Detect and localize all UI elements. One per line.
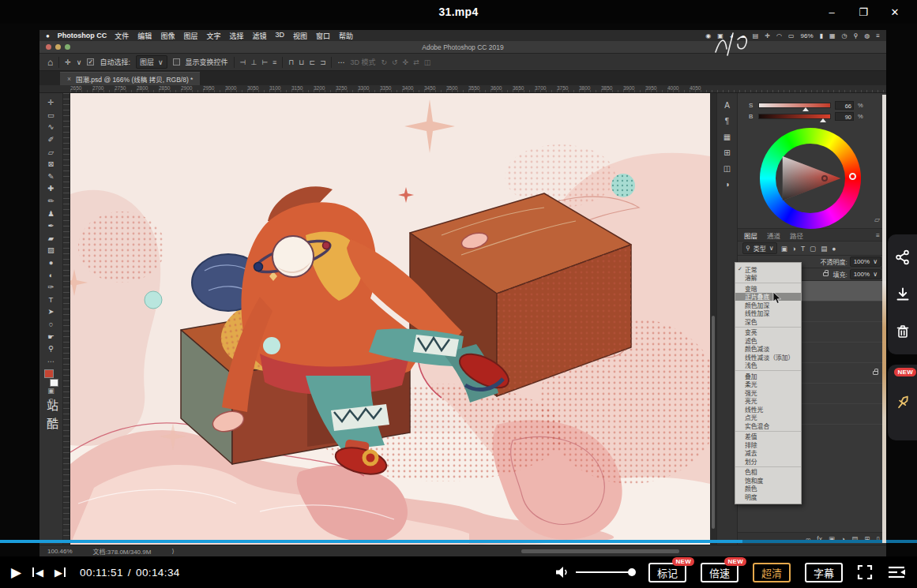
saturation-slider [758,103,831,108]
minimize-button[interactable]: – [816,0,847,24]
window-titlebar: 31.mp4 – ❐ ✕ [0,0,917,24]
show-transform-label: 显示变换控件 [186,57,228,67]
subtitle-button[interactable]: 字幕 [805,563,843,582]
close-button[interactable]: ✕ [879,0,911,24]
blend-mode-item: 差值 [735,433,801,441]
player-controls: ▶ ◀ ▶ 00:11:51 / 00:14:34 标记 NEW 倍速 NEW … [0,556,917,588]
blend-mode-item: 颜色加深 [735,301,801,309]
3d-mode-label: 3D 模式 [350,57,375,67]
volume-slider[interactable] [576,571,634,573]
volume-control[interactable] [555,566,634,579]
ruler-tick: 3150 [291,85,314,92]
blend-mode-item: 亮光 [735,397,801,406]
menubar-item: 图层 [183,31,197,41]
filter-adjustment-icon: ◑ [792,245,796,253]
ruler-tick: 3750 [557,85,579,92]
wifi-icon: ◠ [776,32,782,39]
healing-brush-tool-icon: ✚ [39,182,62,195]
mark-button[interactable]: 标记 NEW [648,563,686,582]
maximize-button[interactable]: ❐ [847,0,879,24]
trash-icon [895,324,911,339]
blend-mode-item: 线性加深 [735,309,801,318]
volume-knob[interactable] [628,568,636,576]
playlist-button[interactable] [887,565,906,579]
tool-preset-caret-icon: ∨ [77,58,82,66]
photoshop-titlebar: Adobe Photoshop CC 2019 [39,41,886,54]
document-tab: × 国潮.psd @ 166% (线稿 拷贝, RGB/8) * [60,72,200,85]
blend-mode-item: 颜色减淡 [735,345,801,354]
pin-icon [893,393,912,412]
blend-mode-item: 点光 [735,414,801,422]
ruler-tick: 3950 [645,85,667,92]
filter-type-dropdown: ⚲ 类型 ∨ [742,242,777,254]
ruler-tick: 3400 [402,85,424,92]
filter-smart-object-icon: ▤ [821,245,827,253]
clone-stamp-tool-icon: ♟ [39,207,62,219]
options-bar: ⌂ ✛ ∨ ✓ 自动选择: 图层 ∨ 显示变换控件 ⊣⊥⊢≡ ⊓⊔⊏⊐ ⋯ 3D… [39,54,886,71]
previous-button[interactable]: ◀ [32,567,43,579]
document-size: 文档:378.0M/340.9M [93,547,152,556]
speed-new-badge: NEW [724,557,746,566]
progress-bar[interactable] [0,540,917,543]
macos-menubar: ● Photoshop CC 文件编辑图像图层文字选择滤镜3D视图窗口帮助 ◉▣… [39,30,886,41]
move-tool-badge-icon: ✛ [65,58,71,66]
share-button[interactable] [893,248,912,267]
panel-expand-icon: ▱ [874,215,880,223]
quality-button[interactable]: 超清 [753,563,791,582]
ruler-tick: 4000 [667,85,690,92]
download-button[interactable] [893,285,912,304]
watermark-text: 站酷 [43,399,60,436]
tab-paths: 路径 [790,230,803,240]
speed-button[interactable]: 倍速 NEW [701,563,738,582]
distribute-center-icon: ⊐ [320,58,326,66]
ruler-tick: 3250 [336,85,358,92]
saturation-label: S [749,102,754,109]
filter-type-icon: T [801,245,805,253]
ruler-tick: 2950 [203,85,225,92]
pin-button[interactable] [893,393,912,412]
video-surface[interactable]: ● Photoshop CC 文件编辑图像图层文字选择滤镜3D视图窗口帮助 ◉▣… [39,30,886,556]
pan-3d-icon: ✜ [403,58,409,66]
filter-toggle-icon: ● [832,245,836,253]
auto-select-dropdown: 图层 ∨ [136,55,167,69]
blend-mode-item: 正片叠底 [735,293,801,301]
fullscreen-button[interactable] [857,564,873,580]
align-right-icon: ⊢ [261,58,268,66]
blend-mode-item: 线性减淡（添加） [735,353,801,361]
opacity-label: 不透明度: [820,257,847,266]
time-separator: / [128,567,131,579]
speaker-icon [555,566,569,579]
status-arrow-icon: ⟩ [171,548,174,555]
delete-button[interactable] [893,322,912,341]
blend-mode-item: 线性光 [735,405,801,414]
ruler-tick: 2700 [92,85,115,92]
download-icon [895,287,911,302]
blend-mode-item: 饱和度 [735,476,801,485]
airplay-icon: ▭ [788,32,795,39]
play-button[interactable]: ▶ [11,564,21,581]
ruler-tick: 3850 [601,85,623,92]
background-color-swatch [50,379,58,387]
next-button[interactable]: ▶ [54,567,66,579]
blend-mode-item: 变暗 [735,284,801,293]
paragraph-panel-icon: ¶ [725,117,729,125]
more-options-icon: ⋯ [337,58,344,66]
home-icon: ⌂ [47,57,53,68]
menubar-item: 选择 [229,31,243,41]
ruler-tick: 3450 [424,85,446,92]
opacity-value: 100% ∨ [850,257,881,267]
tab-layers: 图层 [744,230,757,240]
pin-new-badge: NEW [894,368,916,376]
tools-panel: ✛▭∿✐▱⊠✎✚✏♟✒▰▨●◐✑T➤○☛⚲⋯ ▣ ▯ [39,93,63,545]
more-tools-icon: ⋯ [39,354,62,367]
battery-percent: 96% [801,32,814,39]
ruler-tick: 2800 [137,85,159,92]
menubar-item: 滤镜 [252,31,266,41]
distribute-left-icon: ⊏ [309,58,315,66]
blend-mode-item: 划分 [735,457,801,466]
frame-tool-icon: ⊠ [39,158,62,170]
color-wheel [760,128,861,229]
canvas-area [70,93,710,545]
auto-select-label: 自动选择: [100,57,130,67]
history-brush-tool-icon: ✒ [39,219,62,232]
